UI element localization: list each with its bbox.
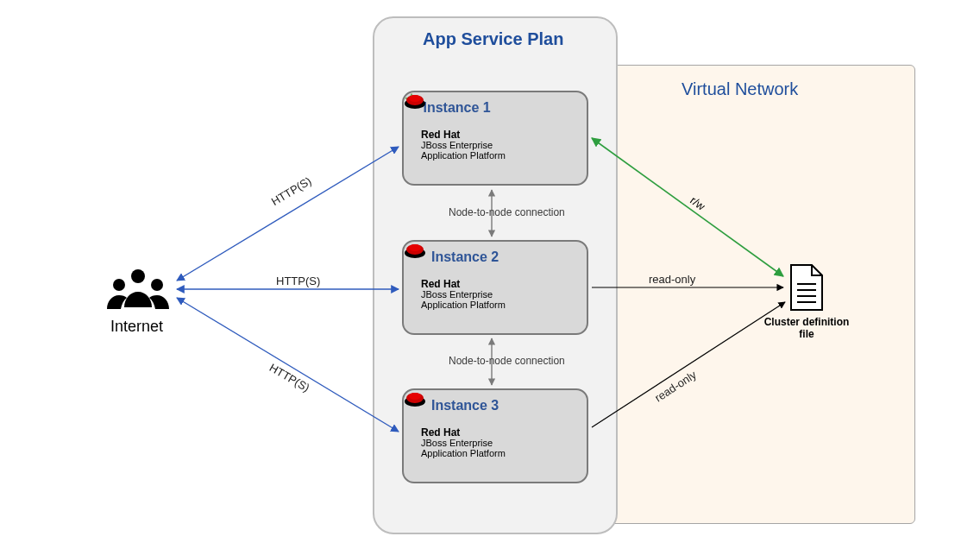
edge-label-http-2: HTTP(S) <box>276 274 320 287</box>
node-conn-label-1: Node-to-node connection <box>449 206 565 218</box>
connectors-layer <box>0 0 980 549</box>
edge-label-ro-1: read-only <box>649 273 695 286</box>
svg-line-18 <box>177 298 399 432</box>
svg-line-21 <box>592 138 783 276</box>
node-conn-label-2: Node-to-node connection <box>449 355 565 367</box>
svg-line-23 <box>592 302 785 427</box>
svg-line-16 <box>177 147 399 281</box>
